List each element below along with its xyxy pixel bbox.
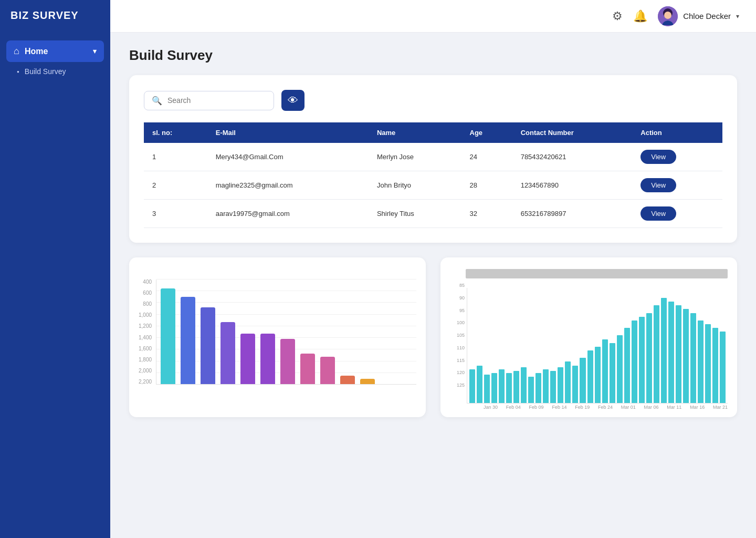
chevron-down-icon: ▾ <box>93 47 97 55</box>
sidebar-item-home[interactable]: ⌂ Home ▾ <box>6 40 104 62</box>
right-bar <box>595 347 601 403</box>
main-content: ⚙ 🔔 Chloe Decker <box>110 0 756 538</box>
col-sl: sl. no: <box>144 122 207 143</box>
left-y-axis: 2,2002,0001,8001,6001,4001,2001,00080060… <box>139 280 152 385</box>
cell-email: aarav19975@gmail.com <box>207 200 369 228</box>
view-button[interactable]: View <box>640 206 676 221</box>
y-label: 1,200 <box>139 324 152 329</box>
user-dropdown-arrow: ▾ <box>736 13 739 20</box>
cell-sl: 3 <box>144 200 207 228</box>
topbar: ⚙ 🔔 Chloe Decker <box>110 0 756 33</box>
right-chart-header-bar <box>466 269 728 278</box>
right-bar <box>683 309 689 403</box>
survey-table: sl. no: E-Mail Name Age Contact Number A… <box>144 122 722 228</box>
table-body: 1 Mery434@Gmail.Com Merlyn Jose 24 78543… <box>144 143 722 228</box>
bar <box>201 307 215 384</box>
y-label: 400 <box>139 280 152 285</box>
col-action: Action <box>632 122 722 143</box>
left-chart-wrap: 2,2002,0001,8001,6001,4001,2001,00080060… <box>139 269 416 385</box>
search-row: 🔍 👁 <box>144 90 722 111</box>
table-header-row: sl. no: E-Mail Name Age Contact Number A… <box>144 122 722 143</box>
cell-contact: 785432420621 <box>512 143 633 171</box>
bar <box>260 334 275 384</box>
col-email: E-Mail <box>207 122 369 143</box>
cell-sl: 1 <box>144 143 207 171</box>
sidebar: BIZ SURVEY ⌂ Home ▾ ● Build Survey <box>0 0 110 538</box>
right-bar <box>572 366 578 403</box>
bar <box>161 288 175 384</box>
right-bar <box>558 367 563 403</box>
survey-card: 🔍 👁 sl. no: E-Mail Name Age Contact Numb… <box>129 75 737 243</box>
view-button[interactable]: View <box>640 178 676 192</box>
right-bar <box>491 373 497 403</box>
home-left: ⌂ Home <box>14 46 48 57</box>
right-bar <box>521 367 527 403</box>
right-bar <box>469 369 475 403</box>
y-label: 1,400 <box>139 335 152 340</box>
y-label: 2,000 <box>139 368 152 374</box>
y-label: 600 <box>139 291 152 296</box>
right-bar <box>484 375 490 403</box>
y-label: 1,000 <box>139 313 152 318</box>
svg-point-2 <box>664 12 671 19</box>
right-bar <box>646 313 652 403</box>
right-bar <box>661 298 667 403</box>
right-bar <box>698 320 704 403</box>
right-bar <box>506 373 512 403</box>
sidebar-nav: ⌂ Home ▾ ● Build Survey <box>0 40 110 81</box>
right-y-label: 110 <box>450 345 465 350</box>
x-label: Feb 14 <box>552 405 566 410</box>
gear-icon[interactable]: ⚙ <box>612 9 623 23</box>
cell-action: View <box>632 171 722 200</box>
right-bar <box>543 369 549 403</box>
right-y-label: 125 <box>450 382 465 388</box>
bar <box>240 334 255 384</box>
x-label: Feb 19 <box>575 405 590 410</box>
cell-action: View <box>632 143 722 171</box>
bell-icon[interactable]: 🔔 <box>633 9 647 23</box>
cell-age: 28 <box>461 171 512 200</box>
home-icon: ⌂ <box>14 46 19 57</box>
topbar-icons: ⚙ 🔔 Chloe Decker <box>612 6 739 26</box>
user-info[interactable]: Chloe Decker ▾ <box>658 6 739 26</box>
view-button[interactable]: View <box>640 150 676 164</box>
bar <box>181 297 195 384</box>
left-chart-card: 2,2002,0001,8001,6001,4001,2001,00080060… <box>129 257 426 417</box>
right-bar <box>624 328 630 403</box>
eye-button[interactable]: 👁 <box>281 90 304 111</box>
sidebar-item-build-survey[interactable]: ● Build Survey <box>0 62 110 81</box>
col-contact: Contact Number <box>512 122 633 143</box>
cell-age: 24 <box>461 143 512 171</box>
right-y-axis: 125120115110105100959085 <box>450 283 465 388</box>
right-bar <box>676 305 681 403</box>
search-icon: 🔍 <box>152 96 162 106</box>
right-bar <box>513 371 519 403</box>
right-y-label: 115 <box>450 358 465 363</box>
search-input[interactable] <box>167 96 266 105</box>
right-bar <box>639 317 645 403</box>
right-bar <box>477 366 482 403</box>
right-bar <box>668 302 674 403</box>
x-label: Mar 06 <box>644 405 659 410</box>
x-label: Feb 09 <box>529 405 544 410</box>
app-logo: BIZ SURVEY <box>0 0 110 31</box>
bar <box>360 379 375 384</box>
x-label: Feb 04 <box>506 405 521 410</box>
col-age: Age <box>461 122 512 143</box>
right-chart-card: 125120115110105100959085 Jan 30Feb 04Feb… <box>440 257 737 417</box>
bar <box>320 357 335 384</box>
right-bar <box>690 313 696 403</box>
bar <box>220 322 235 384</box>
table-row: 1 Mery434@Gmail.Com Merlyn Jose 24 78543… <box>144 143 722 171</box>
cell-name: Shirley Titus <box>369 200 461 228</box>
col-name: Name <box>369 122 461 143</box>
right-bar <box>654 305 659 403</box>
y-label: 2,200 <box>139 379 152 385</box>
right-y-label: 105 <box>450 333 465 338</box>
y-label: 800 <box>139 302 152 307</box>
cell-email: Mery434@Gmail.Com <box>207 143 369 171</box>
x-label: Mar 11 <box>667 405 681 410</box>
cell-email: magline2325@gmail.com <box>207 171 369 200</box>
right-bar <box>499 369 505 403</box>
cell-sl: 2 <box>144 171 207 200</box>
